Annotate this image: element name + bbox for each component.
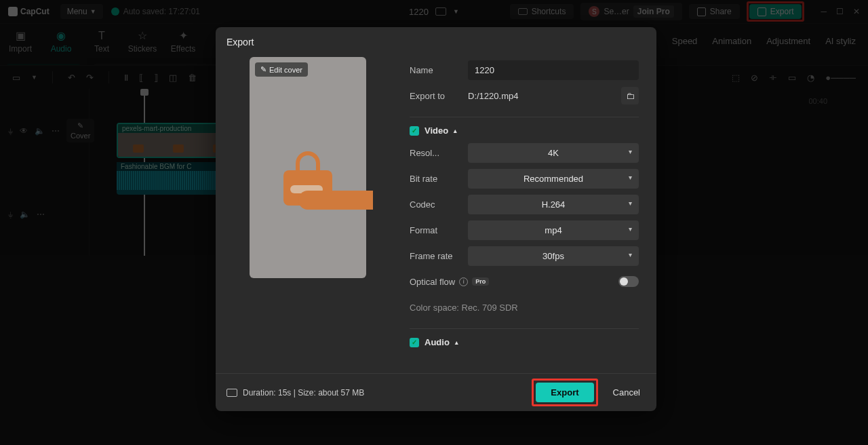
export-dialog: Export ✎ Edit cover (216, 27, 656, 411)
dialog-footer: Duration: 15s | Size: about 57 MB Export… (216, 373, 656, 411)
optical-flow-toggle[interactable] (618, 276, 639, 287)
framerate-label: Frame rate (410, 251, 468, 261)
video-group-header[interactable]: ✓ Video ▴ (410, 125, 639, 136)
film-icon (226, 389, 237, 397)
audio-group-header[interactable]: ✓ Audio ▴ (410, 337, 639, 347)
export-settings: Name 1220 Export to D:/1220.mp4 🗀 ✓ Vide… (410, 57, 646, 373)
export-highlight: Export (532, 379, 597, 406)
chevron-up-icon: ▴ (454, 128, 457, 134)
cover-preview: ✎ Edit cover (250, 57, 366, 278)
edit-cover-label: Edit cover (269, 66, 302, 74)
checkbox-audio[interactable]: ✓ (410, 338, 419, 347)
info-icon[interactable]: i (459, 277, 468, 286)
format-select[interactable]: mp4 (468, 220, 639, 240)
pro-badge: Pro (472, 277, 489, 286)
folder-icon[interactable]: 🗀 (621, 87, 639, 104)
resolution-label: Resol... (410, 148, 468, 158)
export-duration: Duration: 15s | Size: about 57 MB (226, 388, 364, 398)
codec-label: Codec (410, 199, 468, 210)
export-preview: ✎ Edit cover (226, 57, 389, 373)
optical-flow-label: Optical flow (410, 277, 455, 287)
pencil-icon: ✎ (260, 65, 267, 74)
edit-cover-button[interactable]: ✎ Edit cover (255, 62, 308, 77)
bitrate-select[interactable]: Recommended (468, 169, 639, 189)
chevron-up-icon: ▴ (455, 339, 458, 346)
colorspace-text: Color space: Rec. 709 SDR (410, 303, 518, 313)
cancel-button[interactable]: Cancel (608, 383, 646, 402)
name-input[interactable]: 1220 (468, 60, 639, 80)
export-confirm-button[interactable]: Export (536, 383, 593, 402)
format-label: Format (410, 225, 468, 235)
export-path: D:/1220.mp4 (468, 91, 616, 101)
framerate-select[interactable]: 30fps (468, 246, 639, 266)
exportto-label: Export to (410, 91, 468, 101)
codec-select[interactable]: H.264 (468, 195, 639, 214)
name-label: Name (410, 65, 468, 75)
dialog-title: Export (216, 27, 656, 57)
checkbox-video[interactable]: ✓ (410, 126, 419, 136)
resolution-select[interactable]: 4K (468, 143, 639, 163)
preview-image (283, 170, 332, 206)
bitrate-label: Bit rate (410, 174, 468, 184)
